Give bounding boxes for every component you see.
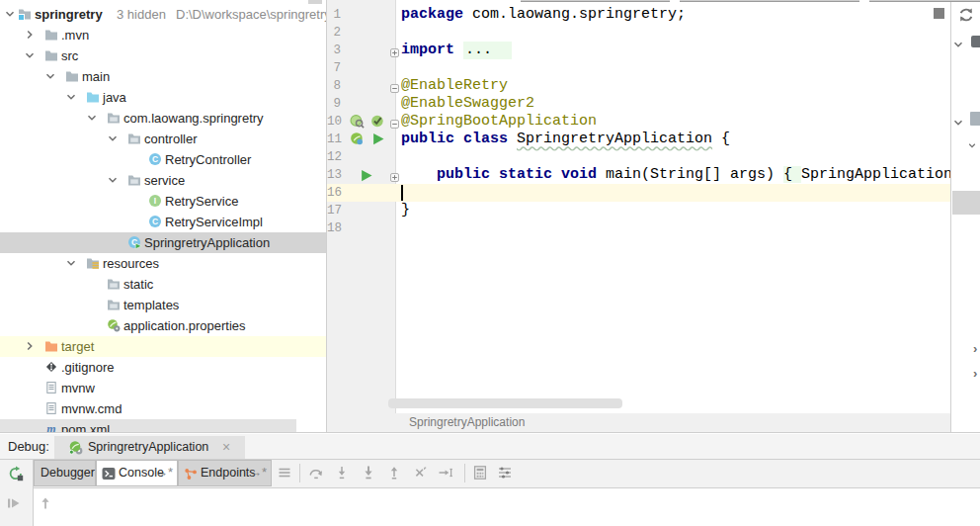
expand-arrow-icon[interactable]: › xyxy=(973,367,980,381)
tree-item-label: com.laowang.springretry xyxy=(123,108,264,129)
editor-line-8: 8@EnableRetry xyxy=(327,77,950,95)
debug-session-title: SpringretryApplication xyxy=(88,436,208,459)
tree-item-RetryService[interactable]: IRetryService xyxy=(0,191,326,212)
drop-frame-button[interactable] xyxy=(412,465,428,481)
chevron-down-icon[interactable] xyxy=(952,115,964,132)
debug-tool-window: Debug:SpringretryApplication×DebuggerCon… xyxy=(0,432,980,526)
svg-text:C: C xyxy=(152,154,158,164)
tree-item-label: templates xyxy=(123,295,179,315)
tab-endpoints[interactable]: Endpoints→* xyxy=(178,460,272,486)
ide-window: springretry3 hiddenD:\D\workspace\spring… xyxy=(0,0,980,526)
chevron-down-icon[interactable] xyxy=(4,8,16,20)
close-icon[interactable]: × xyxy=(222,436,230,459)
chevron-down-icon[interactable] xyxy=(65,257,77,269)
folder-icon xyxy=(44,28,58,42)
rerun-debug-button[interactable] xyxy=(8,466,24,482)
inspection-indicator[interactable] xyxy=(934,8,944,19)
tree-item-RetryController[interactable]: CRetryController xyxy=(0,149,326,170)
tree-item-springretry[interactable]: springretry3 hiddenD:\D\workspace\spring… xyxy=(0,4,326,25)
spring-bean-icon[interactable] xyxy=(350,132,365,146)
folder-icon xyxy=(65,69,79,83)
step-into-button[interactable] xyxy=(334,465,350,481)
tab-console[interactable]: Console→* xyxy=(96,460,178,486)
run-icon[interactable] xyxy=(359,168,373,183)
tree-item-service[interactable]: service xyxy=(0,170,326,191)
editor-line-18: 18 xyxy=(327,219,950,237)
package-folder-icon xyxy=(107,277,121,291)
tree-item-target[interactable]: target xyxy=(0,336,326,357)
layout-menu-button[interactable] xyxy=(277,465,292,481)
text-file-icon xyxy=(44,401,58,415)
tree-item-RetryServiceImpl[interactable]: CRetryServiceImpl xyxy=(0,212,326,232)
run-icon[interactable] xyxy=(370,132,385,146)
code-text: public static void main(String[] args) {… xyxy=(401,166,950,184)
tab-label: Endpoints xyxy=(201,461,256,485)
tree-item-.mvn[interactable]: .mvn xyxy=(0,25,326,45)
force-step-into-button[interactable] xyxy=(361,465,376,481)
svg-text:m: m xyxy=(46,422,55,432)
tree-item-.gitignore[interactable]: .gitignore xyxy=(0,357,326,378)
chevron-down-icon[interactable] xyxy=(24,49,36,61)
tree-hidden-count: 3 hidden xyxy=(117,4,166,25)
debug-left-toolbar xyxy=(0,460,34,526)
show-execution-point-button[interactable] xyxy=(6,495,22,511)
project-tree[interactable]: springretry3 hiddenD:\D\workspace\spring… xyxy=(0,0,327,432)
bean-find-icon[interactable] xyxy=(350,114,365,129)
chevron-right-icon[interactable] xyxy=(24,29,36,41)
maven-file-icon: m xyxy=(44,422,58,432)
tree-item-com.laowang.springretry[interactable]: com.laowang.springretry xyxy=(0,108,326,129)
tree-item-controller[interactable]: controller xyxy=(0,129,326,149)
tree-item-SpringretryApplication[interactable]: CSpringretryApplication xyxy=(0,232,326,253)
class-icon: C xyxy=(148,152,162,166)
editor-tab-edge xyxy=(869,1,980,2)
breadcrumb-item[interactable]: SpringretryApplication xyxy=(409,413,525,432)
tree-item-mvnw.cmd[interactable]: mvnw.cmd xyxy=(0,398,326,419)
step-over-button[interactable] xyxy=(308,465,324,481)
line-number: 16 xyxy=(327,184,341,202)
editor-hscrollbar[interactable] xyxy=(388,398,622,408)
chevron-down-icon[interactable] xyxy=(107,132,119,144)
line-number: 12 xyxy=(327,148,341,166)
fold-marker-minus-icon[interactable] xyxy=(390,81,399,90)
fold-marker-plus-icon[interactable] xyxy=(390,170,399,179)
step-up-button[interactable] xyxy=(38,495,53,511)
expand-arrow-icon[interactable]: › xyxy=(973,342,980,356)
fold-marker-plus-icon[interactable] xyxy=(390,45,399,54)
tree-item-main[interactable]: main xyxy=(0,66,326,87)
chevron-down-icon[interactable] xyxy=(44,70,56,82)
chevron-down-icon[interactable] xyxy=(86,112,98,124)
tab-debugger[interactable]: Debugger xyxy=(34,460,96,486)
tree-item-resources[interactable]: resources xyxy=(0,253,326,274)
tree-item-label: RetryService xyxy=(165,191,238,212)
evaluate-expression-button[interactable] xyxy=(472,465,488,481)
tree-item-mvnw[interactable]: mvnw xyxy=(0,378,326,398)
tree-item-src[interactable]: src xyxy=(0,45,326,66)
tree-item-templates[interactable]: templates xyxy=(0,295,326,315)
fold-marker-minus-icon[interactable] xyxy=(390,117,399,126)
code-editor[interactable]: 1package com.laowang.springretry;23impor… xyxy=(327,0,950,413)
run-to-cursor-button[interactable] xyxy=(438,465,453,481)
trace-streams-button[interactable] xyxy=(497,465,513,481)
bean-check-icon[interactable] xyxy=(370,114,385,129)
tree-item-label: RetryServiceImpl xyxy=(165,212,263,232)
chevron-down-icon[interactable] xyxy=(65,91,77,103)
pin-arrow-icon: →* xyxy=(155,461,173,484)
chevron-down-icon[interactable] xyxy=(967,139,977,153)
debug-session-tab[interactable]: SpringretryApplication× xyxy=(54,436,245,459)
scrollbar-thumb[interactable] xyxy=(952,191,980,215)
chevron-down-icon[interactable] xyxy=(107,174,119,186)
tree-item-label: springretry xyxy=(35,4,103,25)
step-out-button[interactable] xyxy=(386,465,402,481)
tree-item-label: mvnw xyxy=(61,378,95,398)
tree-scrollbar[interactable] xyxy=(308,0,322,4)
chevron-right-icon[interactable] xyxy=(24,340,36,352)
chevron-down-icon[interactable] xyxy=(952,37,964,54)
tree-item-pom.xml[interactable]: mpom.xml xyxy=(0,419,326,432)
project-folder-icon xyxy=(18,7,32,21)
tree-item-static[interactable]: static xyxy=(0,274,326,295)
tree-item-label: pom.xml xyxy=(61,419,110,432)
sync-icon[interactable] xyxy=(957,6,975,28)
tree-item-application.properties[interactable]: application.properties xyxy=(0,315,326,336)
tree-item-java[interactable]: java xyxy=(0,87,326,108)
editor-tab-edge xyxy=(680,1,859,2)
